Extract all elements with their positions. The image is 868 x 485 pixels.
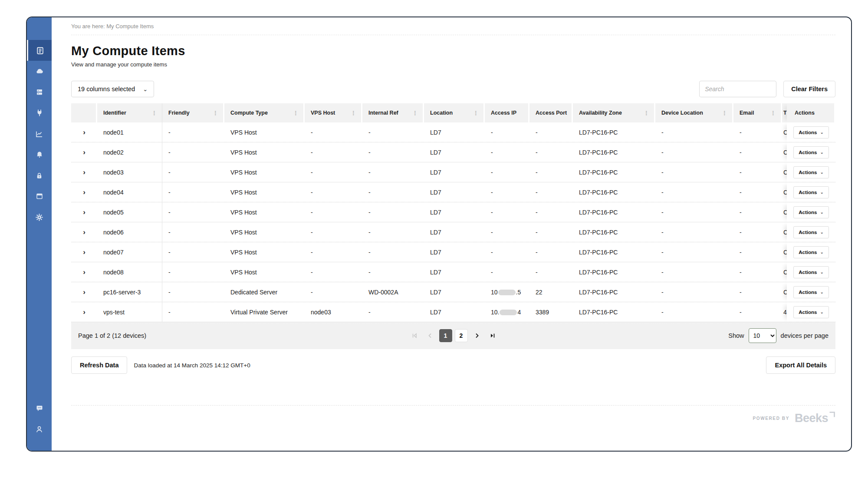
- cell-availability-zone: LD7-PC16-PC: [573, 149, 655, 156]
- cell-vps-host: -: [305, 189, 362, 196]
- chevron-right-icon: ›: [83, 248, 85, 256]
- column-menu-icon[interactable]: ⋮: [150, 110, 158, 116]
- expand-row-button[interactable]: ›: [79, 127, 90, 138]
- column-menu-icon[interactable]: ⋮: [769, 110, 777, 116]
- column-menu-icon[interactable]: ⋮: [472, 110, 480, 116]
- cell-internal-ref: -: [362, 309, 424, 316]
- cell-identifier: node05: [97, 202, 162, 222]
- cell-identifier: node06: [97, 222, 162, 242]
- cell-expand: ›: [71, 267, 97, 278]
- sidebar-item-connections[interactable]: [27, 102, 52, 123]
- cell-vps-host: -: [305, 169, 362, 176]
- page-summary: Page 1 of 2 (12 devices): [71, 332, 146, 339]
- cell-availability-zone: LD7-PC16-PC: [573, 209, 655, 216]
- cell-identifier: node08: [97, 262, 162, 282]
- row-actions-button[interactable]: Actions ⌄: [793, 126, 829, 139]
- row-actions-button[interactable]: Actions ⌄: [793, 166, 829, 178]
- skip-last-icon: [490, 333, 496, 339]
- sidebar: [27, 17, 52, 451]
- cell-identifier: node01: [97, 122, 162, 142]
- cell-compute-type: VPS Host: [224, 169, 305, 176]
- page-title: My Compute Items: [71, 44, 835, 58]
- cell-expand: ›: [71, 247, 97, 258]
- refresh-data-button[interactable]: Refresh Data: [71, 356, 127, 374]
- sidebar-item-settings[interactable]: [27, 207, 52, 228]
- row-actions-button[interactable]: Actions ⌄: [793, 306, 829, 318]
- cell-location: LD7: [424, 169, 485, 176]
- column-menu-icon[interactable]: ⋮: [720, 110, 729, 116]
- sidebar-item-support-chat[interactable]: [27, 398, 52, 419]
- cloud-icon: [35, 67, 44, 76]
- cell-access-port: -: [529, 189, 573, 196]
- expand-row-button[interactable]: ›: [79, 227, 90, 238]
- cell-actions: Actions ⌄: [787, 282, 835, 302]
- cell-expand: ›: [71, 127, 97, 138]
- cell-access-port: 3389: [529, 309, 573, 316]
- sidebar-item-servers[interactable]: [27, 82, 52, 102]
- pagination-last-button[interactable]: [486, 329, 499, 342]
- row-actions-button[interactable]: Actions ⌄: [793, 226, 829, 238]
- export-all-details-button[interactable]: Export All Details: [766, 356, 835, 374]
- expand-row-button[interactable]: ›: [79, 247, 90, 258]
- row-actions-button[interactable]: Actions ⌄: [793, 186, 829, 198]
- expand-row-button[interactable]: ›: [79, 207, 90, 218]
- cell-vps-host: -: [305, 129, 362, 136]
- cell-vps-host: -: [305, 229, 362, 236]
- chevron-down-icon: ⌄: [820, 250, 823, 254]
- cell-identifier: vps-test: [97, 302, 162, 322]
- expand-row-button[interactable]: ›: [79, 147, 90, 158]
- row-actions-button[interactable]: Actions ⌄: [793, 266, 829, 278]
- cell-device-location: -: [655, 229, 733, 236]
- cell-device-location: -: [655, 209, 733, 216]
- expand-row-button[interactable]: ›: [79, 307, 90, 318]
- column-menu-icon[interactable]: ⋮: [411, 110, 419, 116]
- sidebar-item-analytics[interactable]: [27, 123, 52, 144]
- sidebar-item-account[interactable]: [27, 419, 52, 439]
- cell-availability-zone: LD7-PC16-PC: [573, 189, 655, 196]
- chevron-right-icon: ›: [83, 288, 85, 296]
- pagination-bar: Page 1 of 2 (12 devices) 1 2: [71, 322, 835, 349]
- pagination-page-1[interactable]: 1: [439, 329, 452, 342]
- cell-compute-type: VPS Host: [224, 229, 305, 236]
- row-actions-button[interactable]: Actions ⌄: [793, 286, 829, 298]
- row-actions-button[interactable]: Actions ⌄: [793, 206, 829, 218]
- sidebar-item-cloud[interactable]: [27, 61, 52, 82]
- chevron-right-icon: ›: [83, 308, 85, 316]
- header-availability-zone: Availability Zone ⋮: [573, 103, 655, 122]
- chevron-right-icon: ›: [83, 148, 85, 156]
- powered-by-section: POWERED BY Beeks: [71, 405, 835, 424]
- cell-friendly: -: [162, 289, 224, 296]
- cell-internal-ref: -: [362, 269, 424, 276]
- expand-row-button[interactable]: ›: [79, 167, 90, 178]
- pagination-page-2[interactable]: 2: [455, 329, 468, 342]
- table-row: › node03 - VPS Host - - LD7 - - LD7-PC16…: [71, 162, 835, 182]
- pagination-prev-button[interactable]: [424, 329, 437, 342]
- per-page-select[interactable]: 10: [749, 328, 776, 343]
- expand-row-button[interactable]: ›: [79, 187, 90, 198]
- search-input[interactable]: [699, 81, 776, 97]
- sidebar-item-security[interactable]: [27, 165, 52, 186]
- cell-device-location: -: [655, 289, 733, 296]
- pagination-first-button[interactable]: [408, 329, 421, 342]
- main-content: You are here: My Compute Items My Comput…: [52, 17, 851, 451]
- row-actions-button[interactable]: Actions ⌄: [793, 146, 829, 158]
- row-actions-button[interactable]: Actions ⌄: [793, 246, 829, 258]
- header-device-location: Device Location ⋮: [655, 103, 733, 122]
- column-menu-icon[interactable]: ⋮: [642, 110, 651, 116]
- columns-selector-dropdown[interactable]: 19 columns selected ⌄: [71, 81, 154, 97]
- cell-device-location: -: [655, 129, 733, 136]
- column-menu-icon[interactable]: ⋮: [211, 110, 220, 116]
- sidebar-item-notifications[interactable]: [27, 144, 52, 165]
- cell-internal-ref: -: [362, 249, 424, 256]
- pagination-next-button[interactable]: [470, 329, 483, 342]
- sidebar-item-compute-items[interactable]: [27, 40, 52, 61]
- clear-filters-button[interactable]: Clear Filters: [783, 81, 835, 97]
- column-menu-icon[interactable]: ⋮: [292, 110, 300, 116]
- cell-friendly: -: [162, 169, 224, 176]
- cell-email: -: [733, 209, 782, 216]
- expand-row-button[interactable]: ›: [79, 287, 90, 298]
- sidebar-item-console[interactable]: [27, 186, 52, 207]
- column-menu-icon[interactable]: ⋮: [349, 110, 358, 116]
- expand-row-button[interactable]: ›: [79, 267, 90, 278]
- cell-vps-host: -: [305, 269, 362, 276]
